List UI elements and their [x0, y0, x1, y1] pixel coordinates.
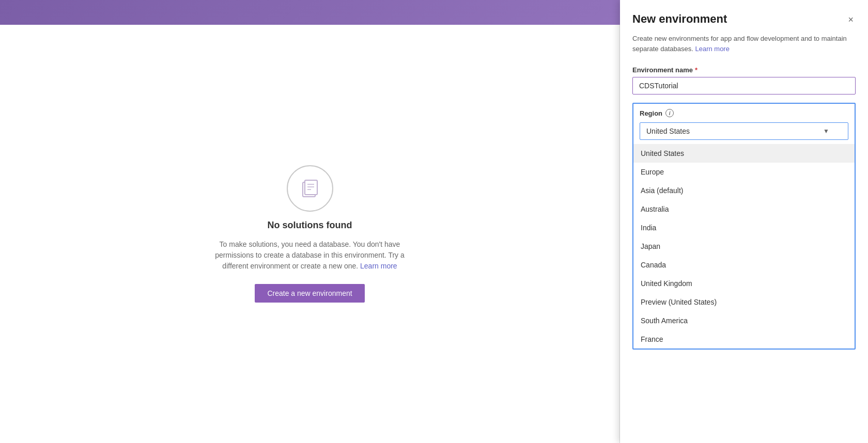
- learn-more-link[interactable]: Learn more: [360, 262, 397, 270]
- svg-rect-1: [305, 180, 317, 195]
- region-header: Region i: [633, 104, 855, 122]
- env-name-label: Environment name *: [632, 66, 856, 74]
- dropdown-item[interactable]: South America: [633, 311, 855, 330]
- close-button[interactable]: ×: [846, 12, 856, 27]
- env-name-input[interactable]: [632, 77, 856, 94]
- region-section: Region i United States ▼ United StatesEu…: [632, 103, 856, 350]
- empty-title: No solutions found: [268, 220, 352, 231]
- dropdown-item[interactable]: Europe: [633, 163, 855, 181]
- dropdown-item[interactable]: United States: [633, 144, 855, 163]
- dropdown-item[interactable]: Canada: [633, 256, 855, 274]
- empty-description: To make solutions, you need a database. …: [207, 239, 413, 272]
- no-solutions-icon: [287, 165, 333, 212]
- panel-header: New environment ×: [632, 12, 856, 27]
- main-content: No solutions found To make solutions, yo…: [0, 25, 620, 443]
- region-selected-value: United States: [646, 127, 690, 135]
- create-environment-button[interactable]: Create a new environment: [255, 284, 364, 303]
- dropdown-item[interactable]: Asia (default): [633, 181, 855, 200]
- right-panel: New environment × Create new environment…: [620, 0, 868, 443]
- empty-state: No solutions found To make solutions, yo…: [207, 165, 413, 303]
- panel-title: New environment: [632, 12, 727, 26]
- dropdown-item[interactable]: Preview (United States): [633, 293, 855, 311]
- panel-learn-more-link[interactable]: Learn more: [695, 45, 729, 53]
- dropdown-item[interactable]: Australia: [633, 200, 855, 218]
- panel-description: Create new environments for app and flow…: [632, 34, 856, 54]
- region-select[interactable]: United States ▼: [640, 122, 848, 140]
- required-indicator: *: [695, 66, 698, 74]
- region-label: Region: [640, 109, 662, 117]
- chevron-down-icon: ▼: [823, 128, 829, 135]
- region-select-wrapper: United States ▼: [640, 122, 848, 140]
- dropdown-item[interactable]: France: [633, 330, 855, 349]
- dropdown-item[interactable]: India: [633, 218, 855, 237]
- dropdown-item[interactable]: Japan: [633, 237, 855, 256]
- region-dropdown-list: United StatesEuropeAsia (default)Austral…: [633, 144, 855, 349]
- dropdown-item[interactable]: United Kingdom: [633, 274, 855, 293]
- region-info-icon[interactable]: i: [665, 109, 674, 117]
